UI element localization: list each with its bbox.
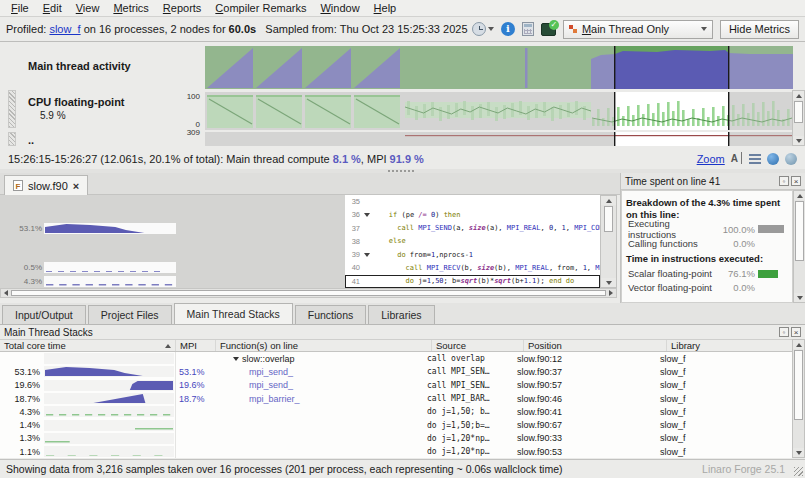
total-core-time-bar bbox=[44, 353, 174, 364]
column-header-position[interactable]: Position bbox=[524, 340, 667, 351]
code-line-35[interactable]: 35 bbox=[0, 195, 600, 208]
tab-functions[interactable]: Functions bbox=[295, 305, 367, 324]
expand-icon[interactable] bbox=[233, 357, 239, 361]
column-header-function-s-on-line[interactable]: Function(s) on line bbox=[216, 340, 432, 351]
sort-ascending-icon bbox=[165, 344, 171, 348]
scrollbar-thumb[interactable] bbox=[794, 350, 803, 420]
close-icon[interactable]: × bbox=[791, 327, 801, 337]
thread-view-selector[interactable]: Main Thread Only bbox=[563, 20, 713, 39]
table-row[interactable]: 53.1%53.1%mpi_send_call MPI_SEN…slow.f90… bbox=[0, 365, 792, 378]
panel-metric-row: Executing instructions100.0% bbox=[626, 222, 788, 236]
table-row[interactable]: 4.3%do j=1,50; b…slow.f90:41slow_f bbox=[0, 405, 792, 418]
table-row[interactable]: 19.6%19.6%mpi_send_call MPI_SEN…slow.f90… bbox=[0, 379, 792, 392]
column-header-source[interactable]: Source bbox=[432, 340, 524, 351]
scrollbar-thumb[interactable] bbox=[794, 101, 803, 123]
library-cell: slow_f bbox=[660, 447, 792, 457]
metric-bar-fill bbox=[758, 270, 778, 278]
tab-main-thread-stacks[interactable]: Main Thread Stacks bbox=[174, 303, 293, 324]
scrollbar-thumb[interactable] bbox=[604, 206, 613, 232]
table-row[interactable]: 1.3%do j=1,20*np…slow.f90:33slow_f bbox=[0, 432, 792, 445]
memory-usage-chart[interactable] bbox=[205, 132, 793, 146]
scroll-down-icon[interactable] bbox=[793, 448, 804, 457]
editor-vscrollbar[interactable] bbox=[600, 195, 617, 288]
hide-metrics-button[interactable]: Hide Metrics bbox=[720, 20, 799, 39]
calculator-icon[interactable] bbox=[522, 22, 534, 36]
fold-icon[interactable] bbox=[362, 253, 372, 257]
menu-item-window[interactable]: Window bbox=[313, 1, 366, 15]
table-row[interactable]: 1.4%do j=1,50;b=…slow.f90:67slow_f bbox=[0, 418, 792, 431]
scroll-right-icon[interactable] bbox=[609, 290, 613, 296]
metric-drag-handle[interactable] bbox=[8, 90, 16, 128]
menu-item-file[interactable]: File bbox=[4, 1, 36, 15]
cpu-floating-point-chart[interactable] bbox=[205, 92, 793, 130]
code-line-36[interactable]: 36if (pe /= 0) then bbox=[0, 208, 600, 221]
scroll-down-icon[interactable] bbox=[793, 136, 804, 145]
metric-bar bbox=[758, 225, 788, 233]
fold-icon[interactable] bbox=[362, 213, 372, 217]
metric-list-icon[interactable] bbox=[749, 154, 761, 164]
time-display-button[interactable] bbox=[472, 22, 494, 36]
code-line-39[interactable]: 39do from=1,nprocs-1 bbox=[0, 248, 600, 261]
close-icon[interactable]: × bbox=[73, 180, 79, 192]
code-line-38[interactable]: 38else bbox=[0, 235, 600, 248]
zoom-link[interactable]: Zoom bbox=[697, 153, 725, 165]
info-icon[interactable]: i bbox=[501, 22, 515, 36]
main-thread-activity-chart[interactable] bbox=[205, 46, 793, 89]
menu-item-metrics[interactable]: Metrics bbox=[106, 1, 155, 15]
menu-item-compiler-remarks[interactable]: Compiler Remarks bbox=[208, 1, 313, 15]
line-time-bar bbox=[44, 223, 176, 234]
table-row[interactable]: slow::overlapcall overlapslow.f90:12slow… bbox=[0, 352, 792, 365]
sampled-from: Sampled from: Thu Oct 23 15:25:33 2025 bbox=[265, 23, 467, 35]
metrics-scrollbar[interactable] bbox=[792, 90, 805, 146]
panel-metric-row: Vector floating-point0.0% bbox=[626, 281, 788, 295]
reset-view-icon[interactable] bbox=[785, 153, 797, 165]
node-status-icon[interactable]: ✓ bbox=[541, 23, 556, 36]
scrollbar-thumb[interactable] bbox=[795, 201, 804, 261]
detach-panel-icon[interactable]: ◦ bbox=[779, 327, 789, 337]
scale-max-label: 100 bbox=[178, 92, 200, 101]
metric-bar bbox=[758, 270, 788, 278]
scroll-up-icon[interactable] bbox=[793, 340, 804, 349]
source-cell: do j=1,20*np… bbox=[427, 434, 517, 443]
code-editor[interactable]: 3536if (pe /= 0) then53.1%37call MPI_SEN… bbox=[0, 195, 600, 288]
menu-item-help[interactable]: Help bbox=[367, 1, 404, 15]
help-sphere-icon[interactable] bbox=[767, 153, 779, 165]
table-row[interactable]: 18.7%18.7%mpi_barrier_call MPI_BAR…slow.… bbox=[0, 392, 792, 405]
select-text-icon[interactable]: A bbox=[731, 153, 743, 164]
detach-panel-icon[interactable]: ◦ bbox=[779, 176, 789, 186]
source-cell: do j=1,50; b… bbox=[427, 407, 517, 416]
column-header-total-core-time[interactable]: Total core time bbox=[0, 340, 176, 351]
tab-libraries[interactable]: Libraries bbox=[368, 305, 434, 324]
tab-input-output[interactable]: Input/Output bbox=[2, 305, 86, 324]
total-core-time-bar bbox=[44, 380, 174, 391]
tab-project-files[interactable]: Project Files bbox=[88, 305, 172, 324]
close-icon[interactable]: × bbox=[791, 176, 801, 186]
code-line-40[interactable]: 0.5%40call MPI_RECV(b, size(b), MPI_REAL… bbox=[0, 261, 600, 274]
scroll-down-icon[interactable] bbox=[794, 293, 805, 302]
menu-item-view[interactable]: View bbox=[69, 1, 107, 15]
program-link[interactable]: slow_f bbox=[49, 23, 80, 35]
resize-grip[interactable] bbox=[794, 467, 803, 476]
panel-vscrollbar[interactable] bbox=[793, 190, 805, 303]
table-row[interactable]: 1.1%do j=1,20*np…slow.f90:53slow_f bbox=[0, 445, 792, 458]
line-time-bar bbox=[44, 262, 176, 273]
column-header-library[interactable]: Library bbox=[667, 340, 805, 351]
line-percent-label: 0.5% bbox=[0, 263, 42, 272]
menu-item-reports[interactable]: Reports bbox=[156, 1, 209, 15]
scroll-left-icon[interactable] bbox=[4, 290, 8, 296]
code-line-37[interactable]: 53.1%37call MPI_SEND(a, size(a), MPI_REA… bbox=[0, 222, 600, 235]
tab-slow-f90[interactable]: F slow.f90 × bbox=[4, 175, 88, 195]
line-time-panel: Time spent on line 41 ◦ × Breakdown of t… bbox=[620, 173, 805, 303]
scroll-up-icon[interactable] bbox=[794, 191, 805, 200]
scroll-up-icon[interactable] bbox=[793, 91, 804, 100]
editor-hscrollbar[interactable] bbox=[0, 288, 617, 298]
metric-drag-handle[interactable] bbox=[8, 132, 16, 146]
menu-item-edit[interactable]: Edit bbox=[36, 1, 69, 15]
code-line-41[interactable]: 4.3%41do j=1,50; b=sqrt(b)*sqrt(b+1.1); … bbox=[0, 275, 600, 288]
scroll-down-icon[interactable] bbox=[601, 278, 616, 287]
scroll-up-icon[interactable] bbox=[601, 196, 616, 205]
stacks-vscrollbar[interactable] bbox=[792, 339, 805, 458]
column-header-mpi[interactable]: MPI bbox=[176, 340, 216, 351]
mid-text: , MPI bbox=[361, 153, 387, 165]
scrollbar-thumb[interactable] bbox=[11, 290, 606, 296]
